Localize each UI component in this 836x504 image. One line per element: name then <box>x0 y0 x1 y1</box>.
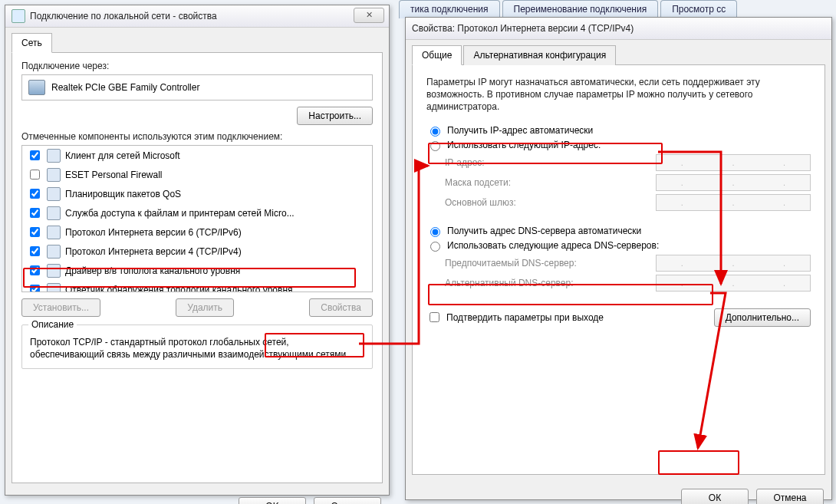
component-label: Ответчик обнаружения топологии канальног… <box>65 285 293 293</box>
titlebar-right: Свойства: Протокол Интернета версии 4 (T… <box>406 18 831 40</box>
description-title: Описание <box>28 319 77 330</box>
ip-input: ... <box>656 154 811 171</box>
adapter-box: Realtek PCIe GBE Family Controller <box>21 74 373 100</box>
info-text: Параметры IP могут назначаться автоматич… <box>426 76 811 114</box>
component-label: Планировщик пакетов QoS <box>65 189 181 199</box>
list-item[interactable]: Драйвер в/в тополога канального уровня <box>22 261 372 280</box>
window-title: Подключение по локальной сети - свойства <box>30 11 217 21</box>
lan-properties-window: Подключение по локальной сети - свойства… <box>5 5 390 496</box>
component-label: Драйвер в/в тополога канального уровня <box>65 265 240 276</box>
component-icon <box>47 264 61 278</box>
component-icon <box>47 149 61 163</box>
cancel-button[interactable]: Отмена <box>314 497 381 504</box>
dns2-input: ... <box>656 275 811 292</box>
mask-input: ... <box>656 174 811 191</box>
ip-label: IP-адрес: <box>445 157 485 168</box>
tab-general[interactable]: Общие <box>412 45 462 65</box>
mask-label: Маска подсети: <box>445 177 511 188</box>
component-icon <box>47 226 61 239</box>
description-group: Описание Протокол TCP/IP - стандартный п… <box>21 324 373 369</box>
nic-icon <box>28 80 45 95</box>
background-toolbar: тика подключения Переименование подключе… <box>399 0 739 18</box>
radio-ip-auto-input[interactable] <box>430 127 440 137</box>
component-checkbox[interactable] <box>30 170 40 180</box>
component-checkbox[interactable] <box>30 265 40 275</box>
radio-dns-manual-input[interactable] <box>430 242 440 252</box>
component-checkbox[interactable] <box>30 227 40 237</box>
component-label: Клиент для сетей Microsoft <box>65 150 180 161</box>
configure-button[interactable]: Настроить... <box>297 107 373 125</box>
component-icon <box>47 245 61 259</box>
radio-dns-auto-input[interactable] <box>430 227 440 237</box>
bg-tab-2: Переименование подключения <box>502 0 659 18</box>
window-icon <box>12 9 25 23</box>
radio-ip-manual-input[interactable] <box>430 141 440 151</box>
connect-via-label: Подключение через: <box>21 61 373 71</box>
gateway-label: Основной шлюз: <box>445 197 516 208</box>
tabstrip-right: Общие Альтернативная конфигурация <box>412 44 825 65</box>
tabstrip-left: Сеть <box>12 32 383 53</box>
ok-button-right[interactable]: ОК <box>681 489 749 504</box>
component-icon <box>47 187 61 201</box>
close-icon[interactable]: ✕ <box>354 8 384 23</box>
component-label: Протокол Интернета версии 4 (TCP/IPv4) <box>65 246 242 257</box>
advanced-button[interactable]: Дополнительно... <box>714 308 811 327</box>
list-item[interactable]: Планировщик пакетов QoS <box>22 184 372 203</box>
component-checkbox[interactable] <box>30 285 40 292</box>
description-text: Протокол TCP/IP - стандартный протокол г… <box>30 336 364 361</box>
component-label: Служба доступа к файлам и принтерам сете… <box>65 208 295 219</box>
window-title-right: Свойства: Протокол Интернета версии 4 (T… <box>412 23 634 34</box>
footer-right: ОК Отмена <box>406 481 831 504</box>
components-label: Отмеченные компоненты используются этим … <box>21 131 373 142</box>
validate-checkbox[interactable] <box>430 312 439 322</box>
component-checkbox[interactable] <box>30 150 40 160</box>
tab-alternate[interactable]: Альтернативная конфигурация <box>463 45 616 65</box>
bg-tab-3: Просмотр сс <box>660 0 737 18</box>
component-icon <box>47 283 61 293</box>
cancel-button-right[interactable]: Отмена <box>756 489 824 504</box>
list-item[interactable]: Протокол Интернета версии 4 (TCP/IPv4) <box>22 242 372 261</box>
component-checkbox[interactable] <box>30 246 40 256</box>
tab-network[interactable]: Сеть <box>12 33 52 53</box>
install-button[interactable]: Установить... <box>21 298 100 317</box>
dns2-label: Альтернативный DNS-сервер: <box>445 278 574 288</box>
radio-dns-auto[interactable]: Получить адрес DNS-сервера автоматически <box>426 225 811 237</box>
component-icon <box>47 206 61 220</box>
component-checkbox[interactable] <box>30 208 40 218</box>
component-icon <box>47 168 61 182</box>
dns1-input: ... <box>656 255 811 272</box>
list-item[interactable]: Клиент для сетей Microsoft <box>22 146 372 165</box>
bg-tab-1: тика подключения <box>399 0 500 18</box>
radio-dns-manual[interactable]: Использовать следующие адреса DNS-сервер… <box>426 239 811 252</box>
component-label: ESET Personal Firewall <box>65 170 163 180</box>
gateway-input: ... <box>656 194 811 211</box>
list-item[interactable]: Протокол Интернета версии 6 (TCP/IPv6) <box>22 222 372 242</box>
list-item[interactable]: Служба доступа к файлам и принтерам сете… <box>22 203 372 222</box>
tab-body-right: Параметры IP могут назначаться автоматич… <box>412 65 825 475</box>
dns1-label: Предпочитаемый DNS-сервер: <box>445 258 577 268</box>
tab-body-left: Подключение через: Realtek PCIe GBE Fami… <box>12 53 383 483</box>
adapter-name: Realtek PCIe GBE Family Controller <box>51 82 199 93</box>
ok-button[interactable]: OK <box>239 497 306 504</box>
radio-ip-manual[interactable]: Использовать следующий IP-адрес: <box>426 139 811 151</box>
ipv4-properties-window: Свойства: Протокол Интернета версии 4 (T… <box>405 17 832 500</box>
component-label: Протокол Интернета версии 6 (TCP/IPv6) <box>65 227 242 238</box>
radio-ip-auto[interactable]: Получить IP-адрес автоматически <box>426 124 811 137</box>
list-item[interactable]: Ответчик обнаружения топологии канальног… <box>22 280 372 292</box>
validate-checkbox-row[interactable]: Подтвердить параметры при выходе <box>426 310 604 324</box>
titlebar-left: Подключение по локальной сети - свойства… <box>5 5 389 28</box>
remove-button[interactable]: Удалить <box>176 298 234 317</box>
component-checkbox[interactable] <box>30 189 40 199</box>
footer-left: OK Отмена <box>5 489 389 504</box>
list-item[interactable]: ESET Personal Firewall <box>22 165 372 184</box>
properties-button[interactable]: Свойства <box>309 298 373 317</box>
components-listbox[interactable]: Клиент для сетей MicrosoftESET Personal … <box>21 145 373 292</box>
